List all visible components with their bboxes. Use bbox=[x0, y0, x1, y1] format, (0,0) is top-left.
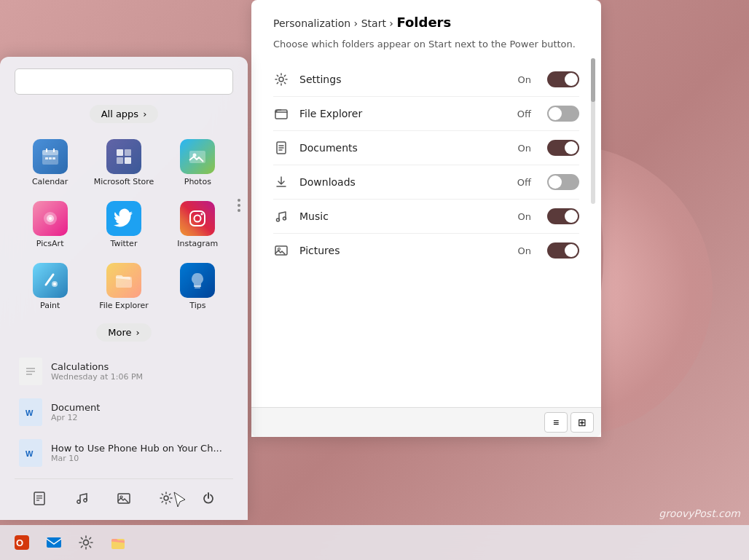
svg-point-44 bbox=[84, 499, 87, 502]
svg-text:O: O bbox=[16, 537, 23, 548]
toggle-settings[interactable] bbox=[547, 71, 579, 87]
svg-point-4 bbox=[283, 217, 286, 220]
all-apps-label: All apps bbox=[101, 109, 139, 119]
breadcrumb-personalization[interactable]: Personalization bbox=[273, 17, 350, 29]
app-item-paint[interactable]: Paint bbox=[15, 257, 85, 316]
svg-rect-16 bbox=[117, 157, 123, 164]
toggle-file-explorer[interactable] bbox=[547, 106, 579, 122]
recent-item-calculatio[interactable]: CalculationsWednesday at 1:06 PM bbox=[15, 352, 233, 391]
taskbar-files-icon[interactable] bbox=[105, 529, 131, 556]
microsoft-store-app-label: Microsoft Store bbox=[94, 177, 154, 186]
settings-icon[interactable] bbox=[156, 488, 176, 508]
scrollbar-track[interactable] bbox=[591, 58, 595, 204]
documents-icon[interactable] bbox=[29, 488, 50, 508]
recent-file-icon-txt bbox=[19, 358, 42, 385]
picsart-app-label: PicsArt bbox=[36, 239, 64, 248]
settings-subtitle: Choose which folders appear on Start nex… bbox=[273, 39, 579, 50]
groovy-watermark: groovyPost.com bbox=[659, 508, 740, 519]
svg-rect-5 bbox=[275, 246, 287, 255]
file-explorer-app-label: File Explorer bbox=[99, 301, 149, 310]
folder-name-pictures: Pictures bbox=[299, 245, 508, 256]
svg-text:W: W bbox=[26, 409, 34, 417]
toggle-knob bbox=[565, 141, 578, 154]
svg-point-24 bbox=[195, 216, 201, 222]
breadcrumb-current: Folders bbox=[396, 15, 451, 30]
image-icon[interactable] bbox=[114, 488, 134, 508]
scrollbar-thumb[interactable] bbox=[591, 58, 595, 102]
settings-bottom-bar: ≡ ⊞ bbox=[251, 407, 601, 437]
toggle-pictures[interactable] bbox=[547, 242, 579, 259]
toggle-knob bbox=[565, 73, 578, 86]
recent-item-document[interactable]: W DocumentApr 12 bbox=[15, 393, 233, 432]
svg-point-27 bbox=[53, 283, 56, 285]
dot-indicator bbox=[238, 199, 240, 202]
power-icon[interactable] bbox=[198, 488, 219, 508]
recent-item-name: Document bbox=[51, 402, 229, 413]
tips-app-icon bbox=[180, 263, 215, 298]
instagram-app-icon bbox=[180, 201, 215, 236]
microsoft-store-app-icon bbox=[106, 139, 141, 174]
folder-status-downloads: Off bbox=[517, 177, 531, 188]
folder-row-file-explorer: File ExplorerOff bbox=[273, 97, 579, 131]
folder-row-pictures: PicturesOn bbox=[273, 234, 579, 267]
recent-list: CalculationsWednesday at 1:06 PM W Docum… bbox=[15, 352, 233, 473]
recent-item-date: Apr 12 bbox=[51, 413, 229, 422]
paint-app-label: Paint bbox=[40, 301, 60, 310]
svg-point-25 bbox=[201, 213, 203, 216]
dot-indicator bbox=[238, 209, 240, 212]
toggle-knob bbox=[549, 107, 562, 120]
music-note-icon[interactable] bbox=[71, 488, 92, 508]
folder-status-pictures: On bbox=[518, 245, 531, 256]
recent-item-date: Wednesday at 1:06 PM bbox=[51, 372, 229, 382]
toggle-music[interactable] bbox=[547, 208, 579, 224]
folder-name-downloads: Downloads bbox=[299, 176, 507, 188]
svg-rect-1 bbox=[275, 110, 287, 119]
folder-name-file-explorer: File Explorer bbox=[299, 108, 507, 119]
grid-view-button[interactable]: ⊞ bbox=[570, 412, 594, 433]
taskbar-settings-icon[interactable] bbox=[73, 529, 99, 556]
app-item-photos[interactable]: Photos bbox=[162, 133, 233, 192]
twitter-app-icon bbox=[106, 201, 141, 236]
recent-item-info: How to Use Phone Hub on Your Ch...Mar 10 bbox=[51, 443, 229, 463]
taskbar-office-icon[interactable]: O bbox=[9, 529, 35, 556]
start-bottom-bar bbox=[15, 478, 233, 508]
breadcrumb-sep2: › bbox=[389, 17, 396, 29]
all-apps-button[interactable]: All apps › bbox=[90, 105, 159, 123]
svg-rect-30 bbox=[195, 288, 200, 289]
instagram-app-label: Instagram bbox=[177, 239, 218, 248]
taskbar-mail-icon[interactable] bbox=[41, 529, 67, 556]
dot-indicator bbox=[238, 204, 240, 207]
search-input[interactable] bbox=[15, 68, 233, 95]
app-item-tips[interactable]: Tips bbox=[162, 257, 233, 316]
photos-app-label: Photos bbox=[184, 177, 211, 186]
folder-row-music: MusicOn bbox=[273, 200, 579, 234]
page-dots-indicator bbox=[238, 199, 240, 212]
app-item-microsoft-store[interactable]: Microsoft Store bbox=[88, 133, 159, 192]
settings-icon bbox=[273, 71, 289, 87]
app-item-calendar[interactable]: Calendar bbox=[15, 133, 85, 192]
app-item-picsart[interactable]: PicsArt bbox=[15, 195, 85, 254]
svg-rect-8 bbox=[42, 150, 58, 155]
app-item-file-explorer[interactable]: File Explorer bbox=[88, 257, 159, 316]
breadcrumb-start[interactable]: Start bbox=[361, 17, 386, 29]
toggle-knob bbox=[565, 210, 578, 223]
breadcrumb: Personalization › Start › Folders bbox=[273, 15, 579, 30]
folder-row-settings: SettingsOn bbox=[273, 63, 579, 97]
app-item-twitter[interactable]: Twitter bbox=[88, 195, 159, 254]
chevron-right-icon: › bbox=[143, 109, 146, 119]
start-menu: All apps › CalendarMicrosoft StorePhotos… bbox=[0, 57, 248, 520]
folder-status-file-explorer: Off bbox=[517, 109, 531, 119]
toggle-downloads[interactable] bbox=[547, 174, 579, 190]
list-view-button[interactable]: ≡ bbox=[544, 412, 568, 433]
calendar-app-icon bbox=[33, 139, 68, 174]
recent-file-icon-word: W bbox=[19, 439, 42, 467]
app-item-instagram[interactable]: Instagram bbox=[162, 195, 233, 254]
svg-point-43 bbox=[77, 500, 80, 503]
more-button[interactable]: More › bbox=[96, 323, 151, 342]
folder-row-downloads: DownloadsOff bbox=[273, 165, 579, 200]
recent-item-how-to-use[interactable]: W How to Use Phone Hub on Your Ch...Mar … bbox=[15, 433, 233, 473]
settings-panel: Personalization › Start › Folders Choose… bbox=[251, 0, 601, 437]
folder-status-settings: On bbox=[518, 74, 531, 85]
svg-text:W: W bbox=[26, 449, 34, 458]
toggle-documents[interactable] bbox=[547, 140, 579, 156]
